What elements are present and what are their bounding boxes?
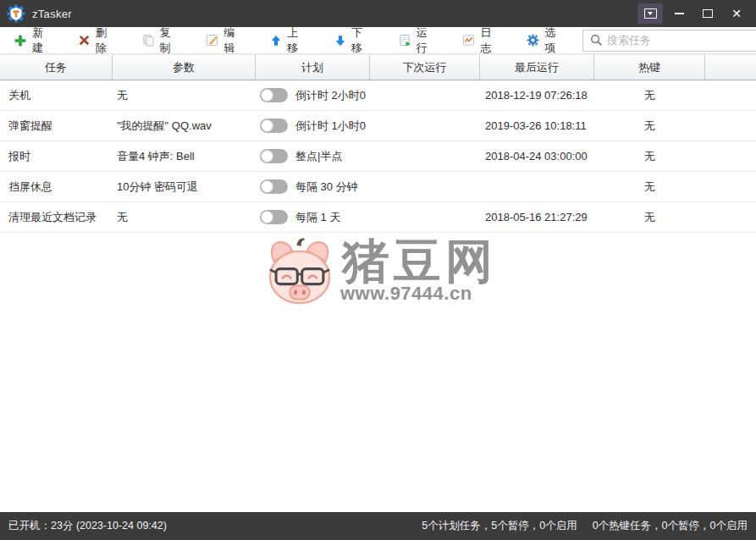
edit-pencil-icon	[206, 34, 218, 47]
maximize-button[interactable]	[695, 3, 720, 24]
run-document-icon	[399, 34, 411, 47]
next-run-cell[interactable]	[370, 141, 480, 171]
run-task-label: 运行	[417, 25, 435, 56]
move-down-button[interactable]: 下移	[326, 22, 379, 59]
watermark-site-name: 猪豆网	[342, 230, 497, 295]
maximize-icon	[703, 9, 713, 18]
move-up-button[interactable]: 上移	[262, 22, 315, 59]
delete-task-label: 删除	[96, 25, 114, 56]
schedule-text: 倒计时 2小时0	[295, 88, 366, 103]
minimize-button[interactable]	[666, 3, 692, 24]
column-header-task[interactable]: 任务	[0, 55, 113, 80]
arrow-down-icon	[334, 34, 346, 47]
minimize-icon	[675, 13, 684, 14]
last-run-cell[interactable]: 2018-12-19 07:26:18	[480, 80, 594, 110]
column-header-empty	[705, 55, 756, 80]
search-box	[582, 30, 756, 52]
status-bar: 已开机：23分 (2023-10-24 09:42) 5个计划任务，5个暂停，0…	[0, 512, 756, 540]
search-input[interactable]	[607, 31, 756, 50]
window-title: zTasker	[32, 8, 72, 20]
task-schedule-cell: 整点|半点	[256, 141, 370, 171]
column-header-params[interactable]: 参数	[113, 55, 256, 80]
hotkey-cell[interactable]: 无	[594, 202, 705, 232]
toggle-knob	[261, 119, 273, 132]
schedule-text: 每隔 1 天	[295, 210, 340, 225]
arrow-up-icon	[270, 34, 282, 47]
log-label: 日志	[480, 25, 499, 56]
last-run-cell[interactable]: 2019-03-26 10:18:11	[480, 111, 594, 141]
row-filler-cell	[705, 111, 756, 141]
new-task-button[interactable]: 新建	[5, 22, 58, 59]
task-schedule-cell: 每隔 1 天	[256, 202, 370, 232]
move-up-label: 上移	[287, 25, 306, 56]
task-name-cell[interactable]: 弹窗提醒	[0, 111, 113, 141]
hotkey-cell[interactable]: 无	[594, 172, 705, 201]
last-run-cell[interactable]: 2018-04-24 03:00:00	[480, 141, 594, 171]
schedule-text: 整点|半点	[295, 149, 342, 164]
last-run-cell[interactable]: 2018-05-16 21:27:29	[480, 202, 594, 232]
delete-x-icon	[78, 34, 91, 47]
log-chart-icon	[462, 34, 475, 47]
task-params-cell[interactable]: 无	[113, 202, 256, 232]
toggle-knob	[261, 150, 273, 163]
edit-task-button[interactable]: 编辑	[197, 22, 251, 59]
options-gear-icon	[527, 34, 539, 47]
task-row[interactable]: 弹窗提醒 "我的提醒" QQ.wav 倒计时 1小时0 2019-03-26 1…	[0, 111, 756, 141]
toggle-knob	[261, 180, 273, 193]
task-row[interactable]: 关机 无 倒计时 2小时0 2018-12-19 07:26:18 无	[0, 80, 756, 111]
hotkey-task-summary: 0个热键任务，0个暂停，0个启用	[593, 519, 748, 533]
table-body: 关机 无 倒计时 2小时0 2018-12-19 07:26:18 无 弹窗提醒…	[0, 80, 756, 233]
next-run-cell[interactable]	[370, 202, 480, 232]
task-row[interactable]: 报时 音量4 钟声: Bell 整点|半点 2018-04-24 03:00:0…	[0, 141, 756, 172]
toggle-knob	[261, 89, 273, 102]
app-logo-icon	[7, 4, 25, 23]
edit-task-label: 编辑	[223, 25, 242, 56]
uptime-status: 已开机：23分 (2023-10-24 09:42)	[8, 519, 167, 533]
copy-task-button[interactable]: 复制	[134, 22, 187, 59]
task-name-cell[interactable]: 报时	[0, 141, 113, 171]
next-run-cell[interactable]	[370, 111, 480, 141]
delete-task-button[interactable]: 删除	[69, 22, 123, 59]
watermark-site-url: www.97444.cn	[340, 283, 472, 305]
schedule-toggle[interactable]	[260, 210, 288, 224]
task-schedule-cell: 倒计时 1小时0	[256, 111, 370, 141]
collapse-to-tray-icon	[644, 8, 657, 19]
hotkey-cell[interactable]: 无	[594, 80, 705, 110]
schedule-task-summary: 5个计划任务，5个暂停，0个启用	[422, 519, 577, 533]
column-header-next-run[interactable]: 下次运行	[370, 55, 480, 80]
task-params-cell[interactable]: 音量4 钟声: Bell	[113, 141, 256, 171]
run-task-button[interactable]: 运行	[390, 22, 444, 59]
schedule-toggle[interactable]	[260, 149, 288, 163]
last-run-cell[interactable]	[480, 172, 594, 201]
task-params-cell[interactable]: 无	[113, 80, 256, 110]
schedule-toggle[interactable]	[260, 179, 288, 194]
schedule-toggle[interactable]	[260, 88, 288, 102]
task-name-cell[interactable]: 清理最近文档记录	[0, 202, 113, 232]
task-params-cell[interactable]: "我的提醒" QQ.wav	[113, 111, 256, 141]
schedule-toggle[interactable]	[260, 118, 288, 133]
close-icon: ✕	[731, 8, 742, 19]
task-name-cell[interactable]: 挡屏休息	[0, 172, 113, 201]
task-params-cell[interactable]: 10分钟 密码可退	[113, 172, 256, 201]
column-header-hotkey[interactable]: 热键	[594, 55, 705, 80]
close-button[interactable]: ✕	[724, 3, 749, 24]
row-filler-cell	[705, 80, 756, 110]
tray-menu-button[interactable]	[637, 3, 663, 24]
task-schedule-cell: 每隔 30 分钟	[256, 172, 370, 201]
table-header: 任务 参数 计划 下次运行 最后运行 热键	[0, 54, 756, 80]
log-button[interactable]: 日志	[454, 22, 507, 59]
hotkey-cell[interactable]: 无	[594, 141, 705, 171]
hotkey-cell[interactable]: 无	[594, 111, 705, 141]
watermark: 猪豆网 www.97444.cn	[254, 234, 508, 314]
task-schedule-cell: 倒计时 2小时0	[256, 80, 370, 110]
task-row[interactable]: 挡屏休息 10分钟 密码可退 每隔 30 分钟 无	[0, 172, 756, 202]
options-label: 选项	[544, 25, 563, 56]
search-icon	[589, 34, 603, 47]
task-row[interactable]: 清理最近文档记录 无 每隔 1 天 2018-05-16 21:27:29 无	[0, 202, 756, 233]
options-button[interactable]: 选项	[518, 22, 571, 59]
column-header-schedule[interactable]: 计划	[256, 55, 370, 80]
column-header-last-run[interactable]: 最后运行	[480, 55, 594, 80]
next-run-cell[interactable]	[370, 172, 480, 201]
next-run-cell[interactable]	[370, 80, 480, 110]
task-name-cell[interactable]: 关机	[0, 80, 113, 110]
